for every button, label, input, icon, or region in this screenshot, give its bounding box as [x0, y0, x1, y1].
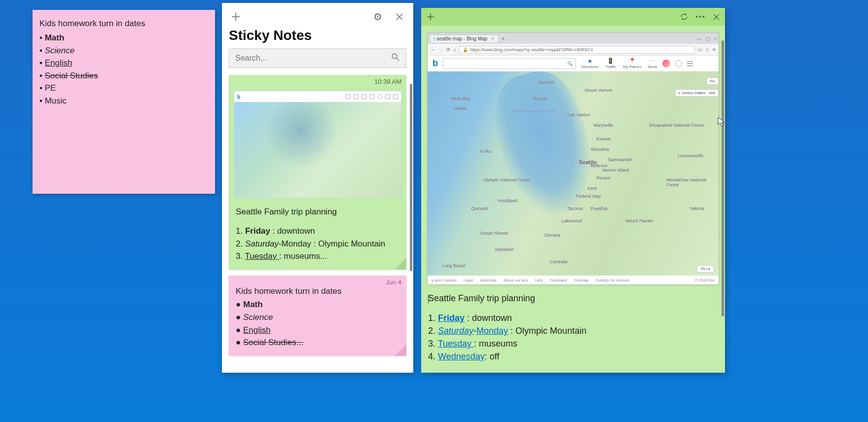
- bing-search-input[interactable]: 🔍: [443, 58, 576, 69]
- card-list: ● Math ● Science ● English ● Social Stud…: [236, 298, 399, 349]
- note-heading: Seattle Family trip planning: [428, 292, 718, 305]
- close-tab-icon[interactable]: ×: [491, 36, 494, 41]
- browser-address-bar: ← → ⟳ ⌂ 🔒 https://www.bing.com/maps?q=se…: [428, 44, 719, 56]
- bing-toolbar: b 🔍 ◈Directions 🚦Traffic 📍My Places ⋯Mor…: [428, 56, 719, 71]
- scrollbar[interactable]: [410, 84, 412, 271]
- menu-button[interactable]: •••: [695, 13, 706, 21]
- map-footer: y and Cookies Legal Advertise About our …: [428, 276, 719, 284]
- search-box[interactable]: [229, 48, 406, 68]
- ro-badge[interactable]: Ro: [707, 77, 719, 85]
- notes-hub-window: ⚙ Sticky Notes 10:39 AM b Seattle Family…: [222, 3, 413, 373]
- rewards-icon[interactable]: [675, 60, 682, 67]
- close-window-icon[interactable]: ×: [714, 36, 717, 41]
- star-icon[interactable]: ☆: [705, 47, 710, 52]
- directions-button[interactable]: ◈Directions: [581, 58, 599, 69]
- map-canvas[interactable]: Ro ▸ United States - WA 25 mi Saanich Vi…: [428, 71, 719, 276]
- traffic-button[interactable]: 🚦Traffic: [606, 58, 616, 69]
- bing-logo-icon: b: [433, 58, 438, 69]
- reading-icon[interactable]: ▭: [698, 47, 702, 52]
- minimize-icon[interactable]: —: [696, 36, 701, 41]
- browser-tab-strip: seattle map - Bing Map × + — ▢ ×: [428, 33, 719, 44]
- note-card-seattle[interactable]: 10:39 AM b Seattle Family trip planning …: [229, 75, 406, 270]
- avatar[interactable]: [662, 60, 670, 68]
- mouse-cursor-icon: [717, 116, 726, 127]
- card-timestamp: 10:39 AM: [374, 78, 401, 85]
- note-heading: Kids homework turn in dates: [39, 19, 208, 29]
- myplaces-button[interactable]: 📍My Places: [623, 58, 641, 69]
- new-tab-button[interactable]: +: [502, 36, 505, 41]
- region-badge[interactable]: ▸ United States - WA: [675, 89, 719, 97]
- note-toolbar: •••: [421, 8, 725, 26]
- favorites-icon[interactable]: ≡: [713, 47, 716, 52]
- favicon-icon: [434, 37, 434, 41]
- search-input[interactable]: [235, 54, 391, 63]
- card-timestamp: Jun 4: [386, 279, 401, 286]
- back-icon[interactable]: ←: [431, 47, 435, 52]
- refresh-icon[interactable]: ⟳: [446, 47, 450, 52]
- green-sticky-note-open: ••• seattle map - Bing Map × + — ▢ × ← →…: [421, 8, 725, 373]
- new-note-button[interactable]: [426, 12, 435, 21]
- note-list: 1. Friday : downtown 2. Saturday-Monday …: [428, 312, 718, 363]
- card-heading: Seattle Family trip planning: [236, 206, 399, 218]
- maximize-icon[interactable]: ▢: [705, 36, 710, 41]
- bing-logo-icon: b: [237, 94, 240, 100]
- search-icon: 🔍: [567, 61, 573, 66]
- close-button[interactable]: [713, 13, 720, 21]
- new-note-button[interactable]: [229, 10, 243, 24]
- gear-icon: ⚙: [373, 11, 382, 23]
- scrollbar[interactable]: [722, 40, 724, 316]
- more-button[interactable]: ⋯More: [648, 58, 657, 69]
- hub-header: ⚙: [222, 3, 413, 28]
- search-icon: [391, 53, 400, 64]
- hub-title: Sticky Notes: [222, 28, 413, 48]
- home-icon[interactable]: ⌂: [453, 47, 456, 52]
- url-input[interactable]: 🔒 https://www.bing.com/maps?q=seattle+ma…: [459, 46, 695, 54]
- pink-sticky-note[interactable]: Kids homework turn in dates Math Science…: [33, 10, 215, 194]
- hamburger-menu[interactable]: [687, 61, 693, 66]
- scale-badge: 25 mi: [697, 265, 714, 273]
- sync-button[interactable]: [680, 12, 688, 21]
- note-card-homework[interactable]: Jun 4 Kids homework turn in dates ● Math…: [229, 276, 406, 356]
- close-button[interactable]: [393, 10, 406, 24]
- settings-button[interactable]: ⚙: [371, 10, 385, 24]
- card-heading: Kids homework turn in dates: [236, 285, 399, 297]
- card-list: 1. Friday : downtown 2. Saturday-Monday …: [236, 225, 399, 263]
- folded-corner-icon: [395, 344, 406, 356]
- card-map-thumbnail: b: [234, 91, 401, 198]
- embedded-browser: seattle map - Bing Map × + — ▢ × ← → ⟳ ⌂…: [427, 33, 719, 285]
- note-body[interactable]: Seattle Family trip planning 1. Friday :…: [421, 290, 725, 370]
- forward-icon[interactable]: →: [438, 47, 443, 52]
- browser-tab[interactable]: seattle map - Bing Map ×: [430, 35, 499, 42]
- note-list: Math Science English Social Studies PE M…: [39, 32, 208, 107]
- folded-corner-icon: [395, 258, 406, 270]
- svg-point-0: [392, 54, 397, 59]
- lock-icon: 🔒: [463, 47, 468, 52]
